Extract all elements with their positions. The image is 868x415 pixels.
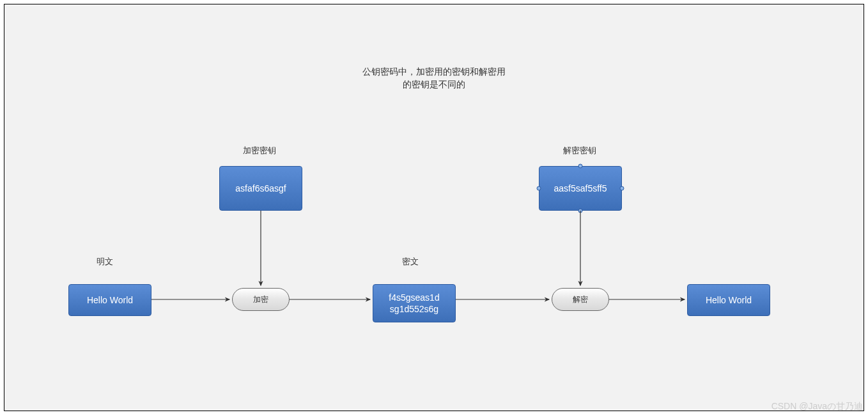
selection-handle-left[interactable] [537,186,541,191]
selection-handle-bottom[interactable] [578,209,583,213]
label-ciphertext: 密文 [402,256,419,268]
title-line-1: 公钥密码中，加密用的密钥和解密用 [362,66,506,77]
title-line-2: 的密钥是不同的 [403,79,465,89]
node-plaintext-output[interactable]: Hello World [687,284,770,316]
node-encrypt-process[interactable]: 加密 [232,288,290,311]
node-plaintext-input-text: Hello World [87,294,133,306]
node-encrypt-key[interactable]: asfaf6s6asgf [219,166,302,211]
node-ciphertext-text: f4s5gseas1d sg1d552s6g [389,292,439,315]
label-plaintext: 明文 [97,256,113,268]
selection-handle-top[interactable] [578,164,583,169]
label-encrypt-key: 加密密钥 [243,145,276,156]
node-decrypt-process-text: 解密 [573,294,588,305]
watermark: CSDN @Javaの甘乃迪 [771,401,863,412]
label-decrypt-key: 解密密钥 [563,145,596,156]
node-decrypt-key[interactable]: aasf5saf5sff5 [539,166,622,211]
diagram-frame: 公钥密码中，加密用的密钥和解密用 的密钥是不同的 明文 密文 加密密钥 解密密钥… [4,4,864,411]
node-ciphertext[interactable]: f4s5gseas1d sg1d552s6g [373,284,456,322]
node-encrypt-key-text: asfaf6s6asgf [235,183,286,194]
diagram-title: 公钥密码中，加密用的密钥和解密用 的密钥是不同的 [4,66,864,91]
selection-handle-right[interactable] [620,186,624,191]
node-plaintext-input[interactable]: Hello World [68,284,151,316]
node-decrypt-key-text: aasf5saf5sff5 [554,183,607,194]
node-decrypt-process[interactable]: 解密 [552,288,609,311]
node-plaintext-output-text: Hello World [706,294,752,306]
node-encrypt-process-text: 加密 [253,294,268,305]
